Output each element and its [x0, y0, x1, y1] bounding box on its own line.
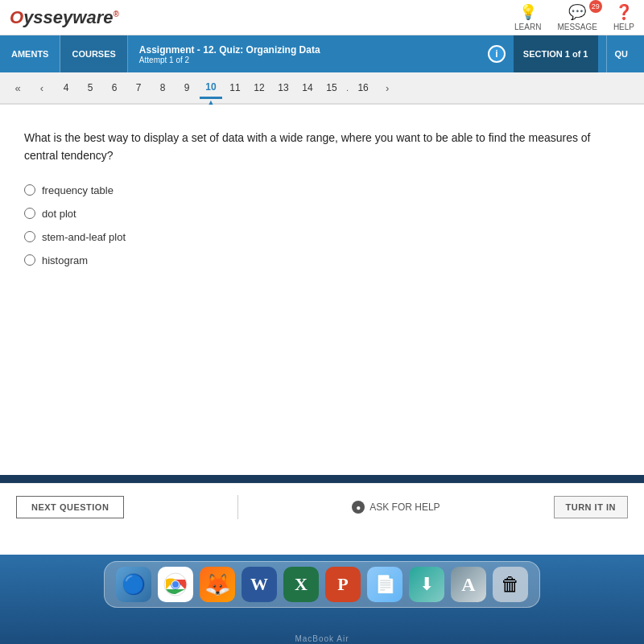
- message-badge: 29: [589, 0, 602, 13]
- svg-point-3: [172, 581, 179, 588]
- top-nav-bar: Oysseyware® 💡 LEARN 💬 MESSAGE 29 ❓ HELP: [0, 0, 644, 35]
- message-icon: 💬: [568, 3, 586, 21]
- question-num-16[interactable]: 16: [352, 76, 374, 99]
- question-num-13[interactable]: 13: [272, 76, 295, 99]
- question-num-6[interactable]: 6: [103, 76, 126, 99]
- option-label-stem-leaf: stem-and-leaf plot: [42, 231, 126, 243]
- nav-assignments[interactable]: AMENTS: [0, 35, 60, 72]
- white-spacer: [0, 530, 644, 555]
- quiz-label: QU: [606, 35, 637, 72]
- option-dot-plot[interactable]: dot plot: [24, 208, 620, 220]
- dock-finder[interactable]: 🔵: [116, 567, 151, 602]
- dock-trash[interactable]: 🗑: [493, 567, 528, 602]
- help-circle-icon: ●: [352, 501, 365, 514]
- macbook-label: MacBook Air: [295, 634, 349, 643]
- second-nav-bar: AMENTS COURSES Assignment - 12. Quiz: Or…: [0, 35, 644, 72]
- first-question-button[interactable]: «: [6, 76, 29, 99]
- section-info: i SECTION 1 of 1 QU: [480, 35, 644, 72]
- question-num-7[interactable]: 7: [127, 76, 150, 99]
- message-button[interactable]: 💬 MESSAGE 29: [557, 3, 597, 31]
- assignment-title: Assignment - 12. Quiz: Organizing Data: [139, 44, 469, 56]
- question-num-10[interactable]: 10: [200, 76, 222, 99]
- radio-frequency-table[interactable]: [24, 184, 35, 196]
- question-num-4[interactable]: 4: [55, 76, 77, 99]
- option-frequency-table[interactable]: frequency table: [24, 184, 620, 196]
- ellipsis: .: [346, 83, 349, 93]
- question-num-11[interactable]: 11: [224, 76, 246, 99]
- dock-files[interactable]: 📄: [367, 567, 402, 602]
- dock-word[interactable]: W: [242, 567, 277, 602]
- section-label: SECTION 1 of 1: [514, 35, 598, 72]
- question-text: What is the best way to display a set of…: [24, 129, 620, 165]
- question-num-15[interactable]: 15: [320, 76, 343, 99]
- question-num-14[interactable]: 14: [296, 76, 319, 99]
- dock-font[interactable]: A: [451, 567, 486, 602]
- assignment-attempt: Attempt 1 of 2: [139, 56, 469, 64]
- dock-excel[interactable]: X: [283, 567, 319, 602]
- help-button[interactable]: ❓ HELP: [613, 3, 634, 31]
- question-num-5[interactable]: 5: [79, 76, 101, 99]
- question-num-8[interactable]: 8: [151, 76, 174, 99]
- ask-for-help-button[interactable]: ● ASK FOR HELP: [352, 501, 440, 514]
- prev-question-button[interactable]: ‹: [31, 76, 53, 99]
- option-stem-leaf[interactable]: stem-and-leaf plot: [24, 231, 620, 243]
- option-histogram[interactable]: histogram: [24, 254, 620, 266]
- action-divider: [237, 495, 238, 519]
- help-icon: ❓: [615, 3, 633, 21]
- learn-icon: 💡: [519, 3, 537, 21]
- question-num-9[interactable]: 9: [175, 76, 198, 99]
- info-icon-button[interactable]: i: [488, 45, 506, 63]
- dock-powerpoint[interactable]: P: [325, 567, 361, 602]
- nav-right: 💡 LEARN 💬 MESSAGE 29 ❓ HELP: [514, 3, 634, 31]
- option-label-dot-plot: dot plot: [42, 208, 76, 220]
- radio-dot-plot[interactable]: [24, 208, 35, 219]
- dock-area: 🔵 🦊 W X P 📄 ⬇ A 🗑 MacBook Air: [0, 555, 644, 644]
- turn-in-button[interactable]: TURN IT IN: [554, 496, 628, 518]
- dock-firefox[interactable]: 🦊: [200, 567, 235, 602]
- nav-courses[interactable]: COURSES: [60, 35, 127, 72]
- next-question-nav-button[interactable]: ›: [376, 76, 398, 99]
- logo: Oysseyware®: [10, 7, 119, 28]
- options-list: frequency table dot plot stem-and-leaf p…: [24, 184, 620, 266]
- dock-chrome[interactable]: [158, 567, 193, 602]
- question-nav-bar: « ‹ 4 5 6 7 8 9 10 11 12 13 14 15 . 16 ›: [0, 72, 644, 105]
- radio-stem-leaf[interactable]: [24, 231, 35, 242]
- dock-download[interactable]: ⬇: [409, 567, 444, 602]
- next-question-button[interactable]: NEXT QUESTION: [16, 496, 124, 518]
- learn-button[interactable]: 💡 LEARN: [514, 3, 541, 31]
- option-label-frequency-table: frequency table: [42, 184, 114, 196]
- radio-histogram[interactable]: [24, 254, 35, 266]
- assignment-info: Assignment - 12. Quiz: Organizing Data A…: [128, 44, 480, 64]
- question-num-12[interactable]: 12: [248, 76, 270, 99]
- option-label-histogram: histogram: [42, 254, 88, 266]
- action-bar: NEXT QUESTION ● ASK FOR HELP TURN IT IN: [0, 483, 644, 530]
- main-content: What is the best way to display a set of…: [0, 105, 644, 475]
- dock: 🔵 🦊 W X P 📄 ⬇ A 🗑: [104, 561, 540, 608]
